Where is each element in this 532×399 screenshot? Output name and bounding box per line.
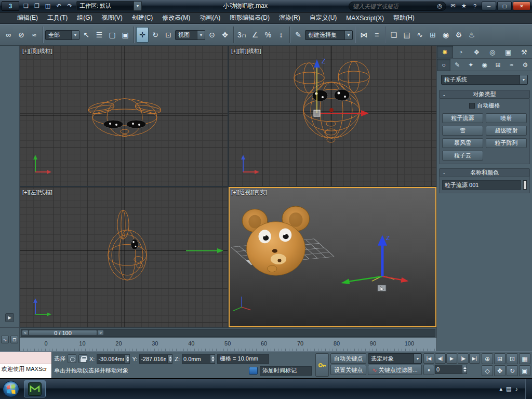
viewport-left[interactable]: [+][左][线框] [20,187,228,327]
key-mode-toggle-icon[interactable]: ♦ [423,365,434,375]
track-bar[interactable]: 0102030405060708090100 [20,338,436,351]
snow-button[interactable]: 雪 [442,126,483,136]
viewport-front[interactable]: [+][前][线框] [229,46,436,186]
blizzard-button[interactable]: 暴风雪 [442,138,483,148]
subtab-shapes[interactable]: ✎ [450,59,464,71]
play-button[interactable]: ▶ [446,353,457,364]
particle-array-button[interactable]: 粒子阵列 [486,138,527,148]
time-slider-next-icon[interactable]: > [97,330,104,336]
listener-macro-line[interactable] [0,352,51,364]
zoom-extents-icon[interactable]: ⊡ [507,353,518,364]
z-spinner[interactable] [210,355,215,363]
next-frame-button[interactable]: |▶ [458,353,469,364]
help-icon[interactable]: ? [470,2,480,11]
time-tag-icon[interactable] [249,367,258,375]
rectangular-selection-region-icon[interactable]: ▢ [106,27,118,43]
graphite-ribbon-icon[interactable]: ▤ [401,27,413,43]
schematic-view-icon[interactable]: ⊞ [427,27,439,43]
menu-group[interactable]: 组(G) [72,12,97,23]
y-spinner[interactable] [167,355,172,363]
auto-key-button[interactable]: 自动关键点 [330,353,366,364]
selection-lock-icon[interactable] [78,354,87,363]
time-slider-groove[interactable]: < 0 / 100 > [21,329,435,337]
time-slider[interactable]: < 0 / 100 > [20,327,436,338]
autogrid-checkbox[interactable] [469,103,475,109]
spray-button[interactable]: 喷射 [486,113,527,123]
spinner-snap-icon[interactable]: ↕ [275,27,287,43]
particle-cloud-button[interactable]: 粒子云 [442,151,483,161]
key-filters-button[interactable]: ∿ 关键点过滤器... [368,365,422,375]
track-bar-toggle-icon[interactable]: ⊟ [10,336,18,343]
time-slider-handle[interactable]: < 0 / 100 > [22,330,104,336]
align-icon[interactable]: ≡ [370,27,383,43]
subtab-geometry[interactable]: ○ [437,59,450,71]
viewport-perspective-label[interactable]: [+][透视][真实] [231,189,267,196]
object-color-swatch[interactable] [523,180,527,190]
subtab-helpers[interactable]: ⊞ [491,59,505,71]
maximize-viewport-icon[interactable]: ▣ [519,365,530,376]
snap-toggle-3d-icon[interactable]: 3∩ [236,27,248,43]
select-and-scale-icon[interactable]: ⊡ [162,27,175,43]
object-category-dropdown[interactable]: 粒子系统 ▼ [441,75,528,85]
material-editor-icon[interactable]: ◉ [440,27,452,43]
object-name-field[interactable] [442,180,521,190]
render-icon[interactable]: ♨ [466,27,478,43]
menu-rendering[interactable]: 渲染(R) [274,12,305,23]
window-crossing-icon[interactable]: ▣ [119,27,131,43]
layer-manager-icon[interactable]: ❏ [388,27,400,43]
current-frame-field[interactable] [435,365,467,374]
infocenter-search[interactable]: ◎ [349,2,446,11]
tab-display[interactable]: ▣ [500,46,516,58]
mirror-icon[interactable]: ⋈ [357,27,370,43]
tray-volume-icon[interactable]: ♪ [515,386,518,392]
menu-customize[interactable]: 自定义(U) [305,12,342,23]
x-coordinate-field[interactable] [97,354,130,364]
select-object-icon[interactable]: ↖ [80,27,92,43]
select-and-link-icon[interactable]: ∞ [2,27,15,43]
set-keys-button[interactable]: 设置关键点 [330,365,366,375]
percent-snap-icon[interactable]: % [262,27,274,43]
render-setup-icon[interactable]: ⚙ [453,27,465,43]
taskbar-3dsmax-button[interactable] [24,380,46,397]
x-spinner[interactable] [125,355,129,363]
subtab-space-warps[interactable]: ≈ [505,59,518,71]
menu-graph-editors[interactable]: 图形编辑器(D) [225,12,274,23]
pan-icon[interactable]: ✥ [494,365,506,376]
object-name-input[interactable] [443,182,521,188]
key-selection-dropdown[interactable]: 选定对象 ▼ [368,353,422,364]
select-by-name-icon[interactable]: ☰ [93,27,105,43]
menu-tools[interactable]: 工具(T) [43,12,72,23]
y-coordinate-input[interactable] [140,356,167,362]
tray-show-hidden-icon[interactable]: ▴ [500,385,503,392]
search-input[interactable] [353,3,435,9]
viewport-left-label[interactable]: [+][左][线框] [22,189,52,196]
tab-modify[interactable]: ◔ [453,46,469,58]
minimize-button[interactable]: ─ [482,2,496,10]
current-frame-input[interactable] [435,366,462,373]
bind-to-spacewarp-icon[interactable]: ≈ [28,27,41,43]
favorites-icon[interactable]: ★ [459,2,469,11]
start-button[interactable] [2,380,20,398]
select-and-move-icon[interactable]: ✛ [136,27,149,43]
viewport-top-label[interactable]: [+][顶][线框] [22,47,52,55]
selection-filter-dropdown[interactable]: 全部▼ [45,30,79,40]
tab-utilities[interactable]: ⚒ [516,46,532,58]
menu-maxscript[interactable]: MAXScript(X) [341,12,389,23]
tab-create[interactable]: ✸ [437,46,453,58]
mini-curve-editor-icon[interactable]: ∿ [1,336,9,343]
use-pivot-center-icon[interactable]: ⊙ [206,27,218,43]
unlink-selection-icon[interactable]: ⊘ [15,27,28,43]
viewport-front-label[interactable]: [+][前][线框] [231,47,261,55]
tab-hierarchy[interactable]: ❖ [469,46,485,58]
z-coordinate-input[interactable] [182,356,210,362]
tray-network-icon[interactable]: ▤ [506,385,511,392]
curve-editor-icon[interactable]: ∿ [414,27,426,43]
go-to-start-button[interactable]: |◀ [423,353,434,364]
subtab-cameras[interactable]: ◉ [477,59,491,71]
listener-output-line[interactable]: 欢迎使用 MAXScr [0,364,51,378]
undo-icon[interactable]: ↶ [54,2,64,11]
viewport-top[interactable]: [+][顶][线框] [20,46,228,186]
angle-snap-icon[interactable]: ∠ [249,27,261,43]
menu-help[interactable]: 帮助(H) [389,12,419,23]
maximize-button[interactable]: ▢ [497,2,512,10]
